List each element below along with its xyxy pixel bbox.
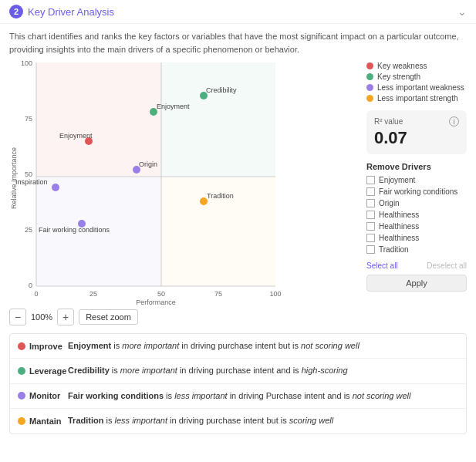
less-strength-dot bbox=[366, 95, 373, 102]
label-credibility: Credibility bbox=[206, 86, 237, 94]
chart-legend: Key weakness Key strength Less important… bbox=[366, 62, 467, 103]
r2-header: R² value i bbox=[374, 116, 459, 126]
insight-detail-monitor: Fair working conditions is less importan… bbox=[68, 390, 410, 402]
driver-item-fair-working: Fair working conditions bbox=[366, 187, 467, 196]
insight-detail-leverage: Credibility is more important in driving… bbox=[68, 365, 348, 376]
legend-item-key-strength: Key strength bbox=[366, 73, 467, 81]
insight-label-monitor: Monitor bbox=[18, 391, 60, 400]
key-weakness-dot bbox=[366, 62, 373, 69]
legend-item-key-weakness: Key weakness bbox=[366, 62, 467, 70]
driver-label-healthiness-2: Healthiness bbox=[379, 222, 419, 231]
monitor-text: Monitor bbox=[29, 391, 60, 400]
driver-checkbox-healthiness-2[interactable] bbox=[366, 222, 375, 231]
mantain-text: Mantain bbox=[29, 416, 62, 426]
section-badge: 2 bbox=[9, 5, 23, 19]
zoom-in-button[interactable]: + bbox=[57, 309, 74, 325]
driver-checkbox-enjoyment[interactable] bbox=[366, 176, 375, 184]
monitor-dot bbox=[18, 392, 25, 400]
legend-label-less-strength: Less important strength bbox=[377, 94, 458, 103]
mantain-dot bbox=[18, 417, 25, 425]
svg-text:100: 100 bbox=[21, 59, 32, 67]
label-origin: Origin bbox=[139, 160, 157, 168]
driver-item-healthiness-3: Healthiness bbox=[366, 234, 467, 242]
legend-label-less-weakness: Less important weakness bbox=[377, 83, 464, 92]
legend-label-key-strength: Key strength bbox=[377, 73, 420, 81]
legend-item-less-weakness: Less important weakness bbox=[366, 83, 467, 92]
main-content: 100 75 50 25 0 0 25 50 75 100 Relative I… bbox=[0, 59, 476, 325]
r2-label: R² value bbox=[374, 117, 403, 126]
leverage-dot bbox=[18, 367, 25, 375]
svg-text:100: 100 bbox=[269, 290, 281, 298]
insight-row-leverage: Leverage Credibility is more important i… bbox=[10, 359, 466, 383]
driver-label-origin: Origin bbox=[379, 199, 400, 207]
driver-checkbox-fair-working[interactable] bbox=[366, 187, 375, 196]
header: 2 Key Driver Analysis ⌄ bbox=[0, 0, 476, 24]
svg-text:50: 50 bbox=[25, 170, 32, 178]
improve-text: Improve bbox=[29, 342, 62, 351]
svg-text:Performance: Performance bbox=[136, 298, 176, 305]
deselect-all-link[interactable]: Deselect all bbox=[427, 261, 467, 270]
svg-text:25: 25 bbox=[25, 226, 32, 234]
apply-button[interactable]: Apply bbox=[366, 275, 467, 292]
scatter-chart: 100 75 50 25 0 0 25 50 75 100 Relative I… bbox=[9, 59, 283, 305]
insight-label-leverage: Leverage bbox=[18, 366, 60, 376]
label-enjoyment-red: Enjoyment bbox=[59, 132, 93, 140]
driver-label-healthiness-1: Healthiness bbox=[379, 211, 419, 219]
point-inspiration bbox=[52, 184, 59, 191]
driver-item-healthiness-2: Healthiness bbox=[366, 222, 467, 231]
label-fair-working: Fair working conditions bbox=[39, 226, 110, 234]
svg-text:0: 0 bbox=[34, 290, 38, 298]
driver-checkbox-origin[interactable] bbox=[366, 199, 375, 207]
header-title-group: 2 Key Driver Analysis bbox=[9, 5, 114, 19]
chart-area: 100 75 50 25 0 0 25 50 75 100 Relative I… bbox=[9, 59, 360, 325]
remove-drivers-title: Remove Drivers bbox=[366, 162, 467, 171]
chart-container: 100 75 50 25 0 0 25 50 75 100 Relative I… bbox=[9, 59, 360, 305]
legend-label-key-weakness: Key weakness bbox=[377, 62, 427, 70]
driver-item-origin: Origin bbox=[366, 199, 467, 207]
zoom-out-button[interactable]: − bbox=[9, 309, 26, 325]
svg-text:75: 75 bbox=[25, 115, 32, 123]
section-title: Key Driver Analysis bbox=[28, 6, 114, 18]
label-enjoyment-green: Enjoyment bbox=[157, 103, 190, 110]
driver-item-tradition: Tradition bbox=[366, 245, 467, 254]
select-all-link[interactable]: Select all bbox=[366, 261, 398, 270]
insight-detail-mantain: Tradition is less important in driving p… bbox=[68, 415, 333, 427]
driver-label-fair-working: Fair working conditions bbox=[379, 187, 457, 196]
r2-value: 0.07 bbox=[374, 128, 459, 148]
driver-label-healthiness-3: Healthiness bbox=[379, 234, 419, 242]
leverage-text: Leverage bbox=[29, 366, 66, 376]
driver-checkbox-tradition[interactable] bbox=[366, 245, 375, 254]
svg-text:0: 0 bbox=[29, 282, 32, 289]
insight-row-monitor: Monitor Fair working conditions is less … bbox=[10, 384, 466, 409]
zoom-level: 100% bbox=[31, 312, 52, 322]
chart-toolbar: − 100% + Reset zoom bbox=[9, 309, 360, 325]
svg-text:75: 75 bbox=[214, 290, 222, 298]
reset-zoom-button[interactable]: Reset zoom bbox=[79, 309, 138, 325]
driver-checkbox-healthiness-3[interactable] bbox=[366, 234, 375, 242]
chevron-down-icon[interactable]: ⌄ bbox=[457, 5, 467, 18]
right-panel: Key weakness Key strength Less important… bbox=[366, 59, 467, 325]
description-text: This chart identifies and ranks the key … bbox=[0, 24, 476, 59]
improve-dot bbox=[18, 342, 25, 350]
info-icon[interactable]: i bbox=[449, 116, 459, 126]
svg-text:50: 50 bbox=[157, 290, 165, 298]
label-tradition: Tradition bbox=[207, 192, 234, 200]
less-weakness-dot bbox=[366, 84, 373, 91]
label-inspiration: Inspiration bbox=[15, 178, 48, 186]
svg-text:25: 25 bbox=[89, 290, 97, 298]
driver-actions: Select all Deselect all bbox=[366, 261, 467, 270]
insights-section: Improve Enjoyment is more important in d… bbox=[9, 333, 467, 434]
insight-label-improve: Improve bbox=[18, 342, 60, 351]
insight-row-improve: Improve Enjoyment is more important in d… bbox=[10, 334, 466, 359]
insight-row-mantain: Mantain Tradition is less important in d… bbox=[10, 409, 466, 433]
driver-checkbox-healthiness-1[interactable] bbox=[366, 211, 375, 219]
insight-label-mantain: Mantain bbox=[18, 416, 60, 426]
driver-label-tradition: Tradition bbox=[379, 245, 409, 254]
r2-card: R² value i 0.07 bbox=[366, 110, 467, 154]
driver-item-healthiness-1: Healthiness bbox=[366, 211, 467, 219]
driver-item-enjoyment: Enjoyment bbox=[366, 176, 467, 184]
svg-rect-0 bbox=[36, 62, 161, 177]
driver-label-enjoyment: Enjoyment bbox=[379, 176, 415, 184]
legend-item-less-strength: Less important strength bbox=[366, 94, 467, 103]
insight-detail-improve: Enjoyment is more important in driving p… bbox=[68, 340, 360, 352]
